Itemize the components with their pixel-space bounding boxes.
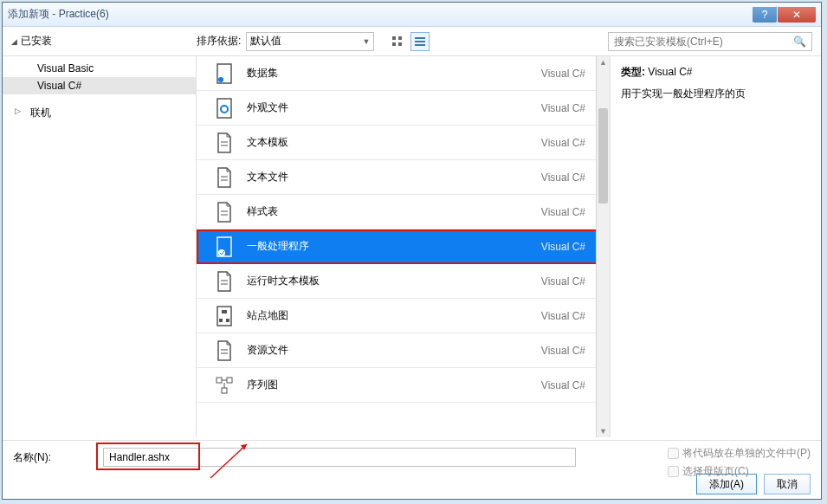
svg-rect-4 [415, 37, 425, 39]
toolbar: ◢ 已安装 排序依据: 默认值 ▼ 🔍 [3, 27, 821, 56]
template-lang: Visual C# [541, 206, 585, 218]
doc-icon [212, 339, 236, 363]
doc-icon [212, 131, 236, 155]
template-label: 一般处理程序 [247, 239, 541, 254]
scroll-down-icon[interactable]: ▼ [599, 427, 607, 436]
sidebar-item-online[interactable]: ▷联机 [3, 103, 196, 123]
template-item[interactable]: 站点地图Visual C# [197, 299, 601, 333]
help-button[interactable]: ? [753, 7, 777, 23]
handler-icon [212, 235, 236, 259]
svg-rect-24 [226, 319, 229, 322]
template-item[interactable]: 文本文件Visual C# [197, 160, 601, 195]
separate-file-checkbox [668, 448, 679, 459]
sort-value: 默认值 [250, 34, 281, 48]
template-list: 数据集Visual C#外观文件Visual C#文本模板Visual C#文本… [197, 56, 610, 437]
svg-rect-28 [227, 378, 232, 383]
scroll-up-icon[interactable]: ▲ [599, 58, 607, 67]
template-lang: Visual C# [541, 102, 585, 114]
details-panel: 类型: Visual C# 用于实现一般处理程序的页 [610, 56, 821, 437]
doc-icon [212, 269, 236, 294]
search-input[interactable] [614, 36, 790, 48]
svg-rect-21 [217, 307, 231, 326]
template-label: 站点地图 [247, 308, 541, 323]
sort-combo[interactable]: 默认值 ▼ [246, 32, 374, 51]
dialog-window: 添加新项 - Practice(6) ? ✕ ◢ 已安装 排序依据: 默认值 ▼ [2, 2, 822, 500]
template-item[interactable]: 数据集Visual C# [197, 56, 601, 91]
list-icon [414, 36, 426, 48]
template-lang: Visual C# [541, 241, 585, 253]
template-label: 数据集 [247, 66, 541, 81]
svg-rect-23 [219, 319, 223, 322]
separate-file-check: 将代码放在单独的文件中(P) [668, 446, 811, 461]
dataset-icon [212, 61, 236, 86]
template-lang: Visual C# [541, 171, 585, 184]
master-page-checkbox [668, 466, 679, 477]
bottom-panel: 名称(N): 将代码放在单独的文件中(P) 选择母版页(C) 添加(A) 取消 [3, 440, 821, 499]
sidebar-item-csharp[interactable]: Visual C# [3, 77, 196, 94]
search-box[interactable]: 🔍 [608, 32, 812, 51]
template-lang: Visual C# [541, 68, 585, 80]
sitemap-icon [212, 304, 236, 328]
template-label: 文本文件 [247, 170, 541, 184]
template-item[interactable]: 外观文件Visual C# [197, 91, 601, 126]
skin-icon [212, 96, 236, 120]
name-label: 名称(N): [13, 450, 51, 465]
template-item[interactable]: 文本模板Visual C# [197, 126, 601, 160]
sort-label: 排序依据: [197, 34, 241, 48]
template-label: 样式表 [247, 204, 541, 219]
template-lang: Visual C# [541, 379, 585, 391]
scrollbar[interactable]: ▲ ▼ [596, 56, 610, 437]
svg-rect-6 [415, 44, 425, 46]
svg-rect-22 [222, 310, 227, 313]
close-button[interactable]: ✕ [778, 7, 816, 23]
template-lang: Visual C# [541, 345, 585, 357]
doc-icon [212, 165, 236, 190]
view-list-button[interactable] [410, 32, 430, 51]
svg-rect-3 [398, 42, 402, 46]
template-lang: Visual C# [541, 137, 585, 149]
svg-rect-5 [415, 41, 425, 42]
svg-point-8 [218, 77, 223, 82]
template-label: 序列图 [247, 378, 541, 392]
master-page-check: 选择母版页(C) [668, 464, 811, 479]
name-input[interactable] [103, 448, 576, 467]
template-label: 文本模板 [247, 135, 541, 150]
category-tree: Visual Basic Visual C# ▷联机 [3, 56, 197, 437]
svg-point-18 [218, 249, 225, 256]
window-title: 添加新项 - Practice(6) [8, 7, 753, 22]
type-line: 类型: Visual C# [621, 65, 811, 80]
svg-rect-29 [222, 388, 227, 393]
svg-rect-9 [217, 99, 231, 118]
template-item[interactable]: 资源文件Visual C# [197, 333, 601, 368]
template-label: 外观文件 [247, 100, 541, 115]
svg-point-10 [221, 106, 228, 113]
template-item[interactable]: 样式表Visual C# [197, 195, 601, 229]
template-item[interactable]: 运行时文本模板Visual C# [197, 264, 601, 299]
sidebar-item-vb[interactable]: Visual Basic [3, 60, 196, 77]
grid-icon [391, 36, 404, 48]
collapse-icon[interactable]: ◢ [11, 37, 17, 46]
svg-rect-27 [216, 378, 222, 383]
chevron-down-icon: ▼ [362, 37, 370, 46]
template-label: 资源文件 [247, 343, 541, 358]
search-icon: 🔍 [793, 36, 806, 48]
scrollbar-thumb[interactable] [598, 108, 608, 204]
view-icons-button[interactable] [388, 32, 407, 51]
template-item[interactable]: 一般处理程序Visual C# [197, 229, 601, 264]
description-text: 用于实现一般处理程序的页 [621, 87, 811, 101]
template-label: 运行时文本模板 [247, 274, 541, 288]
installed-header[interactable]: 已安装 [21, 34, 52, 48]
diagram-icon [212, 373, 236, 397]
title-bar: 添加新项 - Practice(6) ? ✕ [3, 3, 821, 27]
doc-icon [212, 200, 236, 224]
template-lang: Visual C# [541, 310, 585, 322]
svg-rect-2 [392, 42, 396, 46]
svg-rect-0 [392, 36, 396, 40]
template-item[interactable]: 序列图Visual C# [197, 368, 601, 403]
chevron-right-icon: ▷ [15, 107, 21, 115]
svg-rect-1 [398, 36, 402, 40]
template-lang: Visual C# [541, 275, 585, 288]
